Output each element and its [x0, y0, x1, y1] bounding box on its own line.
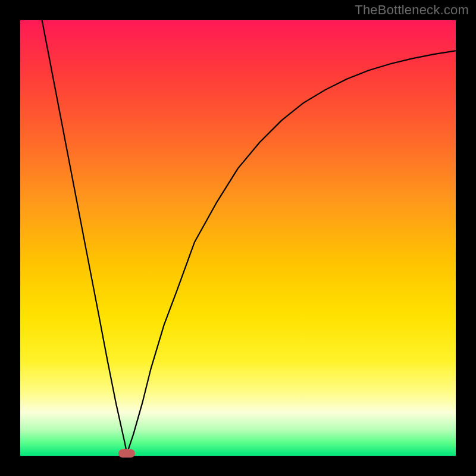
chart-frame: TheBottleneck.com: [0, 0, 476, 476]
minimum-marker: [118, 449, 135, 458]
left-branch-path: [42, 20, 127, 453]
watermark-text: TheBottleneck.com: [355, 2, 469, 18]
right-branch-path: [127, 51, 456, 453]
bottleneck-curve: [0, 0, 476, 476]
